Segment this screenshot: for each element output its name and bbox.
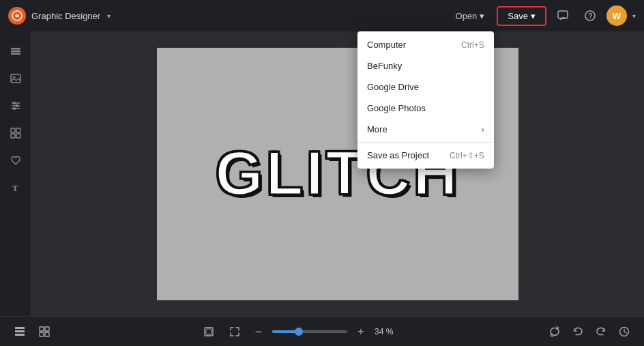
- save-more-arrow: ›: [482, 125, 484, 134]
- svg-rect-23: [40, 327, 44, 331]
- undo-button[interactable]: [568, 321, 588, 342]
- svg-text:T: T: [12, 183, 18, 193]
- open-button[interactable]: Open ▾: [449, 7, 492, 25]
- open-label: Open: [456, 11, 478, 21]
- svg-rect-24: [45, 327, 49, 331]
- bottom-left-tools: [10, 321, 55, 342]
- app-logo: [8, 7, 26, 25]
- history-button[interactable]: [614, 321, 634, 342]
- app-name-chevron: ▾: [107, 12, 111, 20]
- chat-icon: [557, 10, 569, 22]
- save-befunky-label: BeFunky: [367, 61, 402, 71]
- save-project-item[interactable]: Save as Project Ctrl+⇧+S: [357, 145, 494, 166]
- sidebar-layers-icon[interactable]: [4, 40, 27, 63]
- save-google-photos-label: Google Photos: [367, 103, 426, 113]
- svg-text:?: ?: [589, 12, 593, 20]
- save-project-shortcut: Ctrl+⇧+S: [450, 151, 484, 160]
- svg-rect-26: [45, 332, 49, 336]
- save-computer-label: Computer: [367, 40, 406, 50]
- svg-point-14: [13, 107, 16, 110]
- save-chevron: ▾: [531, 11, 536, 21]
- svg-rect-25: [40, 332, 44, 336]
- logo-area[interactable]: Graphic Designer ▾: [8, 7, 111, 25]
- avatar-letter: W: [613, 11, 621, 21]
- save-google-drive-item[interactable]: Google Drive: [357, 76, 494, 98]
- bottom-right-tools: [544, 321, 634, 342]
- svg-rect-4: [11, 48, 20, 50]
- zoom-in-button[interactable]: +: [353, 323, 369, 340]
- svg-point-12: [13, 102, 16, 104]
- zoom-out-button[interactable]: −: [250, 323, 267, 340]
- save-more-label: More: [367, 124, 387, 134]
- save-dropdown: Computer Ctrl+S BeFunky Google Drive Goo…: [357, 31, 494, 169]
- loop-button[interactable]: [544, 321, 565, 342]
- save-button[interactable]: Save ▾: [497, 6, 546, 26]
- svg-rect-17: [11, 134, 15, 138]
- svg-rect-16: [16, 128, 20, 132]
- bottom-bar: − + 34 %: [0, 316, 644, 346]
- save-google-drive-label: Google Drive: [367, 82, 419, 92]
- sidebar-heart-icon[interactable]: [4, 149, 27, 172]
- app-name-label: Graphic Designer: [31, 11, 100, 21]
- fit-canvas-button[interactable]: [199, 321, 219, 342]
- svg-rect-7: [11, 74, 20, 83]
- svg-rect-15: [11, 128, 15, 132]
- help-icon: ?: [584, 10, 596, 22]
- svg-rect-28: [206, 329, 211, 334]
- canvas-area: GLITCH: [31, 31, 644, 316]
- open-chevron: ▾: [480, 11, 484, 21]
- svg-point-13: [16, 104, 18, 107]
- help-icon-button[interactable]: ?: [579, 5, 601, 27]
- save-computer-item[interactable]: Computer Ctrl+S: [357, 34, 494, 55]
- svg-rect-5: [11, 51, 20, 53]
- save-google-photos-item[interactable]: Google Photos: [357, 98, 494, 119]
- user-chevron[interactable]: ▾: [632, 12, 636, 20]
- zoom-percent-label: 34 %: [375, 327, 400, 336]
- sidebar-photo-icon[interactable]: [4, 67, 27, 90]
- sidebar-grid-icon[interactable]: [4, 121, 27, 145]
- top-nav: Graphic Designer ▾ Open ▾ Save ▾ ? W ▾: [0, 0, 644, 31]
- expand-canvas-button[interactable]: [224, 321, 245, 342]
- chat-icon-button[interactable]: [552, 5, 574, 27]
- sidebar-text-icon[interactable]: T: [4, 176, 27, 199]
- left-sidebar: T: [0, 31, 31, 316]
- save-label: Save: [508, 11, 528, 21]
- zoom-slider[interactable]: [272, 330, 347, 333]
- dropdown-divider: [357, 142, 494, 143]
- redo-button[interactable]: [591, 321, 611, 342]
- svg-rect-18: [16, 134, 20, 138]
- svg-rect-6: [11, 53, 20, 55]
- sidebar-sliders-icon[interactable]: [4, 94, 27, 117]
- zoom-slider-thumb: [295, 328, 303, 336]
- svg-rect-21: [15, 330, 25, 332]
- svg-point-8: [13, 76, 15, 78]
- bottom-center-tools: − + 34 %: [61, 321, 538, 342]
- grid-panel-button[interactable]: [34, 321, 55, 342]
- layers-panel-button[interactable]: [10, 321, 30, 342]
- user-avatar[interactable]: W: [606, 5, 627, 26]
- dropdown-menu: Computer Ctrl+S BeFunky Google Drive Goo…: [357, 31, 494, 169]
- zoom-out-icon: −: [255, 326, 263, 338]
- svg-rect-22: [15, 334, 25, 336]
- save-more-item[interactable]: More ›: [357, 119, 494, 140]
- main-layout: T GLITCH: [0, 31, 644, 316]
- save-computer-shortcut: Ctrl+S: [461, 40, 484, 50]
- nav-actions: Open ▾ Save ▾ ? W ▾: [449, 5, 636, 27]
- save-befunky-item[interactable]: BeFunky: [357, 55, 494, 76]
- svg-rect-20: [15, 327, 25, 329]
- save-project-label: Save as Project: [367, 150, 429, 160]
- zoom-in-icon: +: [357, 326, 364, 337]
